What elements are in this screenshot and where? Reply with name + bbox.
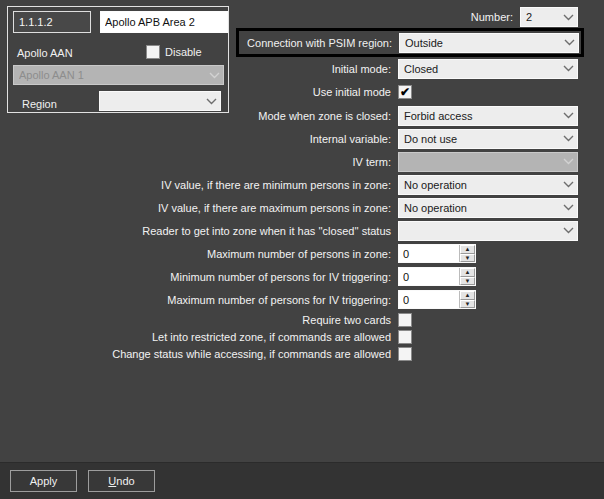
max-persons-zone-spinner: ▲ ▼ [398,244,476,263]
initial-mode-row: Initial mode: Closed [0,57,584,80]
settings-panel: 1.1.1.2 Apollo AAN Disable Apollo AAN 1 … [0,0,604,499]
iv-value-max-row: IV value, if there are maximum persons i… [0,196,584,219]
chevron-down-icon [563,135,574,142]
reader-closed-dropdown[interactable] [398,221,578,241]
connection-psim-value: Outside [405,37,564,49]
connection-psim-label: Connection with PSIM region: [247,37,392,49]
mode-zone-closed-row: Mode when zone is closed: Forbid access [0,104,584,127]
arrow-down-icon: ▼ [465,301,471,307]
spinner-down-button[interactable]: ▼ [460,300,475,309]
iv-value-min-label: IV value, if there are minimum persons i… [161,179,391,191]
change-status-row: Change status while accessing, if comman… [0,345,584,362]
spinner-up-button[interactable]: ▲ [460,291,475,300]
footer-bar: Apply Undo [0,462,604,499]
iv-value-max-dropdown[interactable]: No operation [398,198,578,218]
spinner-down-button[interactable]: ▼ [460,254,475,263]
max-persons-iv-spinner: ▲ ▼ [398,290,476,309]
initial-mode-value: Closed [404,63,563,75]
chevron-down-icon [564,39,575,46]
change-status-label: Change status while accessing, if comman… [112,348,391,360]
chevron-down-icon [563,112,574,119]
spinner-up-button[interactable]: ▲ [460,245,475,254]
mode-zone-closed-label: Mode when zone is closed: [258,110,391,122]
chevron-down-icon [563,227,574,234]
internal-variable-label: Internal variable: [310,133,391,145]
undo-button-mnemonic: U [108,475,116,487]
max-persons-zone-row: Maximum number of persons in zone: ▲ ▼ [0,242,584,265]
min-persons-iv-label: Minimum number of persons for IV trigger… [170,271,391,283]
require-two-cards-row: Require two cards [0,311,584,328]
max-persons-zone-label: Maximum number of persons in zone: [207,248,391,260]
chevron-down-icon [563,14,574,21]
iv-term-dropdown [398,152,578,172]
checkmark-icon: ✔ [400,86,410,98]
apply-button[interactable]: Apply [10,470,77,492]
chevron-down-icon [563,158,574,165]
use-initial-mode-row: Use initial mode ✔ [0,80,584,104]
let-into-restricted-label: Let into restricted zone, if commands ar… [152,331,391,343]
psim-region-highlight-frame: Connection with PSIM region: Outside [236,28,584,57]
iv-value-max-value: No operation [404,202,563,214]
form-column: Number: 2 Connection with PSIM region: O… [0,6,584,362]
undo-button[interactable]: Undo [88,470,155,492]
iv-value-min-value: No operation [404,179,563,191]
undo-button-label: ndo [116,475,134,487]
use-initial-mode-checkbox[interactable]: ✔ [398,85,412,99]
max-persons-iv-input[interactable] [399,291,459,308]
initial-mode-dropdown[interactable]: Closed [398,59,578,79]
max-persons-zone-input[interactable] [399,245,459,262]
arrow-down-icon: ▼ [465,255,471,261]
mode-zone-closed-value: Forbid access [404,110,563,122]
number-label: Number: [471,11,513,23]
max-persons-iv-label: Maximum number of persons for IV trigger… [167,294,391,306]
let-into-restricted-row: Let into restricted zone, if commands ar… [0,328,584,345]
change-status-checkbox[interactable] [398,347,412,361]
chevron-down-icon [563,65,574,72]
arrow-up-icon: ▲ [465,246,471,252]
spinner-down-button[interactable]: ▼ [460,277,475,286]
internal-variable-row: Internal variable: Do not use [0,127,584,150]
iv-term-label: IV term: [352,156,391,168]
arrow-up-icon: ▲ [465,292,471,298]
iv-term-row: IV term: [0,150,584,173]
let-into-restricted-checkbox[interactable] [398,330,412,344]
number-row: Number: 2 [0,6,584,28]
iv-value-max-label: IV value, if there are maximum persons i… [158,202,391,214]
iv-value-min-row: IV value, if there are minimum persons i… [0,173,584,196]
chevron-down-icon [563,204,574,211]
use-initial-mode-label: Use initial mode [313,86,391,98]
require-two-cards-label: Require two cards [302,314,391,326]
number-dropdown[interactable]: 2 [520,7,578,27]
arrow-up-icon: ▲ [465,269,471,275]
mode-zone-closed-dropdown[interactable]: Forbid access [398,106,578,126]
reader-closed-label: Reader to get into zone when it has ''cl… [142,225,391,237]
initial-mode-label: Initial mode: [332,63,391,75]
internal-variable-value: Do not use [404,133,563,145]
min-persons-iv-row: Minimum number of persons for IV trigger… [0,265,584,288]
internal-variable-dropdown[interactable]: Do not use [398,129,578,149]
max-persons-iv-row: Maximum number of persons for IV trigger… [0,288,584,311]
chevron-down-icon [563,181,574,188]
require-two-cards-checkbox[interactable] [398,313,412,327]
spinner-up-button[interactable]: ▲ [460,268,475,277]
apply-button-label: Apply [30,475,58,487]
number-value: 2 [526,11,563,23]
reader-closed-row: Reader to get into zone when it has ''cl… [0,219,584,242]
iv-value-min-dropdown[interactable]: No operation [398,175,578,195]
arrow-down-icon: ▼ [465,278,471,284]
min-persons-iv-spinner: ▲ ▼ [398,267,476,286]
connection-psim-dropdown[interactable]: Outside [399,33,579,53]
min-persons-iv-input[interactable] [399,268,459,285]
